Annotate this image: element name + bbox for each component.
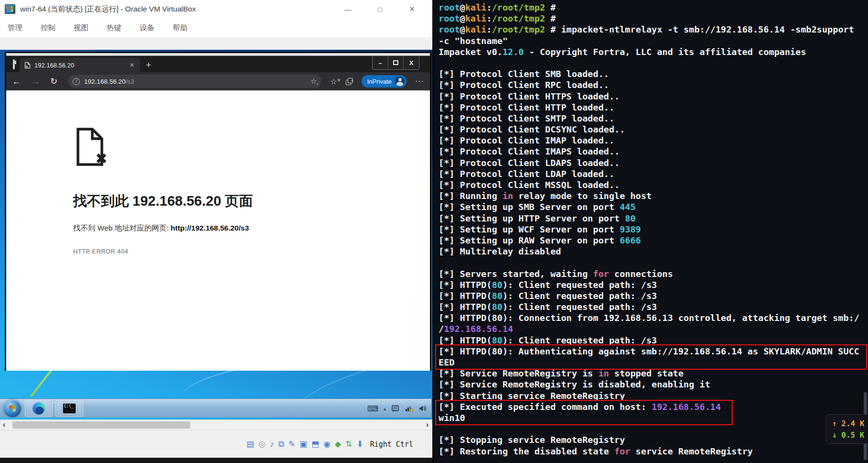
network-speed-widget: ↑ 2.4 K ↓ 0.5 K	[826, 414, 868, 444]
action-center-icon[interactable]	[391, 405, 400, 412]
back-button[interactable]: ←	[12, 77, 21, 87]
system-tray: ⌨▴	[367, 399, 427, 418]
inprivate-badge[interactable]: InPrivate	[362, 75, 407, 88]
inprivate-label: InPrivate	[367, 78, 392, 85]
scroll-left-arrow[interactable]: ‹	[3, 420, 5, 429]
show-hidden-icons-arrow[interactable]: ▴	[384, 406, 386, 411]
keyboard-capture-icon[interactable]: ⬇	[356, 439, 363, 449]
hdd-icon[interactable]: ▤	[246, 439, 254, 449]
terminal-line: [*] Setting up HTTP Server on port 80	[439, 213, 868, 224]
terminal-line: [*] Stopping service RemoteRegistry	[439, 434, 868, 445]
taskbar-cmd-button[interactable]: C:\_	[55, 400, 83, 417]
terminal-line: root@kali:/root/tmp2 # impacket-ntlmrela…	[439, 24, 868, 35]
error-title: 找不到此 192.168.56.20 页面	[73, 192, 430, 211]
terminal-line: [*] Service RemoteRegistry is in stopped…	[439, 368, 868, 379]
add-favorite-icon[interactable]: ☆	[310, 77, 317, 86]
terminal-line	[439, 257, 868, 268]
tab-close-icon[interactable]: ✕	[128, 62, 136, 68]
address-bar[interactable]: i 192.168.56.20/s3 ☆	[68, 75, 321, 88]
audio-icon[interactable]: ♪	[270, 440, 274, 449]
browser-tab[interactable]: 192.168.56.20 ✕	[20, 58, 140, 72]
menubar-item-3[interactable]: 热键	[106, 22, 122, 34]
terminal-line: [*] Protocol Client HTTP loaded..	[439, 102, 868, 113]
favorites-icon[interactable]: ☆	[330, 77, 337, 86]
url-path: /s3	[125, 78, 134, 85]
refresh-button[interactable]: ↻	[50, 76, 57, 87]
window-bottom-edge	[0, 458, 432, 463]
tab-title: 192.168.56.20	[34, 62, 128, 69]
terminal-line: [*] Restoring the disabled state for ser…	[439, 446, 868, 457]
terminal-line: [*] Servers started, waiting for connect…	[439, 268, 868, 279]
terminal-line: [*] Starting service RemoteRegistry	[439, 390, 868, 401]
terminal-line: [*] Protocol Client RPC loaded..	[439, 79, 868, 90]
network-warning-icon[interactable]	[405, 405, 414, 412]
tab-switcher-icon[interactable]	[13, 60, 15, 68]
scrollbar-thumb[interactable]	[12, 421, 190, 429]
collections-icon[interactable]	[346, 78, 353, 85]
vm-window-icon	[5, 4, 15, 14]
page-error-favicon	[24, 62, 31, 69]
page-not-found-icon	[73, 126, 109, 168]
features-icon[interactable]: ◆	[335, 439, 341, 449]
shared-folders-icon[interactable]: ▣	[299, 439, 307, 449]
terminal-line: [*] Multirelay disabled	[439, 246, 868, 257]
window-restore-button[interactable]	[388, 56, 404, 69]
error-code: HTTP ERROR 404	[73, 248, 430, 255]
terminal-line	[439, 423, 868, 434]
download-speed: ↓ 0.5 K	[832, 430, 868, 441]
video-capture-icon[interactable]: ◉	[323, 439, 330, 449]
horizontal-scrollbar[interactable]: ‹ ›	[0, 419, 432, 430]
vbox-statusbar: ▤◎♪⧉✎▣⬒◉◆⇅⬇ Right Ctrl	[0, 430, 432, 458]
window-maximize-button[interactable]: □	[378, 5, 382, 13]
optical-disk-icon[interactable]: ◎	[258, 439, 265, 449]
tab-bar: 192.168.56.20 ✕ +	[6, 56, 430, 72]
terminal-line: [*] Setting up SMB Server on port 445	[439, 201, 868, 212]
terminal-line: [*] Protocol Client LDAP loaded..	[439, 168, 868, 179]
volume-icon[interactable]	[419, 405, 427, 412]
terminal-line: [*] Protocol Client MSSQL loaded..	[439, 179, 868, 190]
window-close-button[interactable]: X	[404, 56, 419, 69]
menubar-item-1[interactable]: 控制	[40, 22, 56, 34]
terminal-line: [*] Protocol Client DCSYNC loaded..	[439, 124, 868, 135]
error-url: http://192.168.56.20/s3	[171, 224, 249, 232]
terminal-line: root@kali:/root/tmp2 #	[439, 2, 868, 13]
network-icon[interactable]: ⧉	[278, 440, 284, 449]
display-icon[interactable]: ⬒	[311, 439, 319, 449]
terminal-line: [*] HTTPD(80): Client requested path: /s…	[439, 335, 868, 346]
terminal-line: Impacket v0.12.0 - Copyright Fortra, LLC…	[439, 46, 868, 57]
taskbar-edge-button[interactable]	[25, 400, 53, 417]
menubar-item-2[interactable]: 视图	[73, 22, 89, 34]
terminal-line: win10	[439, 412, 868, 423]
cmd-icon: C:\_	[63, 403, 76, 414]
terminal-line: [*] HTTPD(80): Connection from 192.168.5…	[439, 312, 868, 323]
window-title: win7-64 (当前状态) [正在运行] - Oracle VM Virtua…	[20, 4, 196, 14]
terminal-line: [*] Protocol Client IMAP loaded..	[439, 135, 868, 146]
edge-browser-window: – X 192.168.56.20 ✕	[5, 52, 431, 371]
virtualbox-titlebar: win7-64 (当前状态) [正在运行] - Oracle VM Virtua…	[0, 0, 432, 18]
keyboard-layout-icon[interactable]: ⌨	[367, 404, 378, 413]
error-page: 找不到此 192.168.56.20 页面 找不到 Web 地址对应的网页: h…	[6, 90, 430, 371]
menubar-item-0[interactable]: 管理	[7, 22, 23, 34]
terminal-line: [*] Setting up WCF Server on port 9389	[439, 224, 868, 235]
terminal-line: /192.168.56.14	[439, 323, 868, 334]
window-close-button[interactable]: ✕	[409, 5, 415, 13]
terminal-line: [*] Protocol Client IMAPS loaded..	[439, 146, 868, 157]
host-key-label: Right Ctrl	[370, 440, 413, 449]
terminal-line: [*] Protocol Client HTTPS loaded..	[439, 91, 868, 102]
menubar-item-5[interactable]: 帮助	[172, 22, 188, 34]
site-info-icon[interactable]: i	[73, 78, 80, 85]
vm-screen: – X 192.168.56.20 ✕	[0, 50, 432, 419]
mouse-integration-icon[interactable]: ⇅	[345, 439, 352, 449]
scroll-right-arrow[interactable]: ›	[426, 420, 429, 429]
browser-menu-icon[interactable]: ···	[415, 77, 424, 86]
terminal-line: -c "hostname"	[439, 35, 868, 46]
start-button[interactable]	[4, 400, 21, 417]
window-minimize-button[interactable]: —	[344, 5, 351, 13]
terminal-line: [*] Setting up RAW Server on port 6666	[439, 235, 868, 246]
upload-speed: ↑ 2.4 K	[832, 418, 868, 430]
new-tab-button[interactable]: +	[146, 60, 151, 70]
window-minimize-button[interactable]: –	[373, 56, 388, 69]
usb-icon[interactable]: ✎	[288, 439, 295, 449]
menubar-item-4[interactable]: 设备	[139, 22, 155, 34]
terminal-pane[interactable]: root@kali:/root/tmp2 #root@kali:/root/tm…	[434, 0, 868, 463]
